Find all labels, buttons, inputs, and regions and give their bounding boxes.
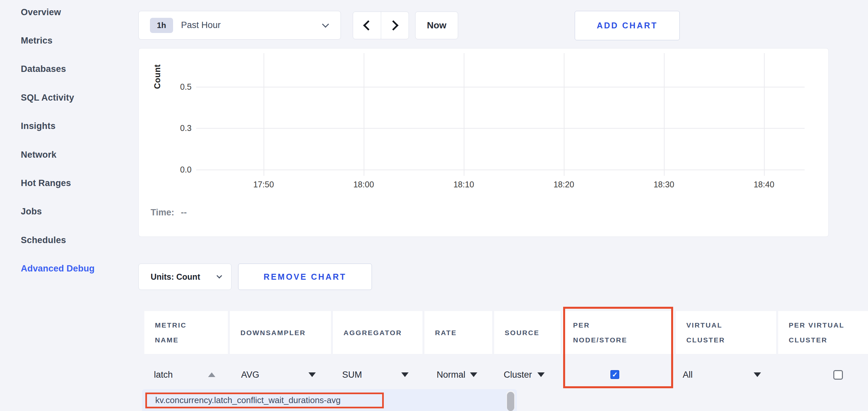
header-line: RATE (435, 325, 492, 340)
triangle-up-icon (208, 372, 215, 377)
sidebar-item-overview[interactable]: Overview (21, 7, 61, 18)
hover-time-label: Time: (151, 207, 175, 217)
sidebar-item-network[interactable]: Network (21, 150, 57, 160)
checkmark-icon: ✓ (612, 371, 618, 379)
header-line: NAME (155, 333, 228, 347)
downsampler-value: AVG (241, 370, 259, 380)
header-line: PER VIRTUAL (789, 318, 868, 333)
sidebar-item-databases[interactable]: Databases (21, 64, 66, 74)
prev-time-button[interactable] (353, 12, 381, 39)
chart-plot: 0.50.30.017:5018:0018:1018:2018:3018:40 (139, 48, 828, 237)
aggregator-value: SUM (342, 370, 362, 380)
chevron-left-icon (363, 20, 373, 30)
y-gridline (196, 128, 805, 129)
x-gridline (764, 53, 765, 176)
x-gridline (464, 53, 464, 176)
y-gridline (196, 170, 805, 170)
time-step-buttons (353, 11, 409, 39)
source-dropdown[interactable]: Cluster (494, 363, 560, 386)
sidebar-item-advanced-debug[interactable]: Advanced Debug (21, 264, 94, 274)
x-gridline (364, 53, 364, 176)
y-tick-label: 0.5 (159, 81, 192, 92)
x-tick-label: 17:50 (244, 180, 283, 189)
column-header-per-virtual-cluster: PER VIRTUAL CLUSTER (778, 311, 868, 354)
header-line: VIRTUAL (686, 318, 776, 333)
sidebar-nav: Overview Metrics Databases SQL Activity … (0, 0, 119, 411)
y-tick-label: 0.0 (159, 164, 192, 175)
hover-time-readout: Time:-- (151, 207, 187, 218)
column-header-metric-name: METRIC NAME (144, 311, 228, 354)
sidebar-item-sql-activity[interactable]: SQL Activity (21, 93, 74, 103)
column-header-source: SOURCE (494, 311, 560, 354)
next-time-button[interactable] (381, 12, 409, 39)
sidebar-item-insights[interactable]: Insights (21, 121, 56, 131)
virtual-cluster-dropdown[interactable]: All (676, 363, 776, 386)
per-node-store-checkbox[interactable]: ✓ (610, 370, 619, 379)
metric-name-value: latch (154, 370, 173, 380)
header-line: CLUSTER (686, 333, 776, 347)
header-line: AGGREGATOR (343, 325, 423, 340)
aggregator-dropdown[interactable]: SUM (333, 363, 423, 386)
y-tick-label: 0.3 (159, 123, 192, 133)
column-header-downsampler: DOWNSAMPLER (230, 311, 331, 354)
triangle-down-icon (401, 372, 409, 377)
sidebar-item-schedules[interactable]: Schedules (21, 235, 66, 245)
remove-chart-button[interactable]: REMOVE CHART (238, 264, 372, 290)
chevron-right-icon (389, 20, 399, 30)
chevron-down-icon (322, 21, 329, 28)
add-chart-button[interactable]: ADD CHART (575, 11, 680, 40)
x-tick-label: 18:00 (344, 180, 383, 189)
triangle-down-icon (470, 372, 477, 377)
header-line: DOWNSAMPLER (241, 325, 331, 340)
triangle-down-icon (309, 372, 316, 377)
downsampler-dropdown[interactable]: AVG (230, 363, 331, 386)
scrollbar-thumb[interactable] (507, 392, 514, 411)
header-line: SOURCE (505, 325, 560, 340)
units-select-label: Units: Count (151, 272, 200, 282)
chart-panel: Count 0.50.30.017:5018:0018:1018:2018:30… (138, 48, 829, 237)
x-tick-label: 18:30 (644, 180, 684, 189)
y-gridline (196, 87, 805, 88)
metric-name-input[interactable]: latch (144, 363, 228, 386)
virtual-cluster-value: All (683, 370, 693, 380)
sidebar-item-metrics[interactable]: Metrics (21, 36, 53, 46)
rate-dropdown[interactable]: Normal (425, 363, 492, 386)
units-select[interactable]: Units: Count (138, 264, 231, 290)
x-tick-label: 18:20 (544, 180, 584, 189)
header-line: CLUSTER (789, 333, 868, 347)
header-line: METRIC (155, 318, 228, 333)
time-range-label: Past Hour (181, 20, 221, 30)
column-header-aggregator: AGGREGATOR (333, 311, 423, 354)
x-gridline (664, 53, 664, 176)
x-gridline (264, 53, 264, 176)
rate-value: Normal (437, 370, 465, 380)
sidebar-item-hot-ranges[interactable]: Hot Ranges (21, 178, 71, 189)
per-virtual-cluster-checkbox[interactable] (833, 370, 843, 380)
metric-suggestion-item[interactable]: kv.concurrency.latch_conflict_wait_durat… (155, 395, 341, 405)
chevron-down-icon (217, 273, 222, 279)
x-tick-label: 18:40 (744, 180, 784, 189)
sidebar-item-jobs[interactable]: Jobs (21, 206, 42, 217)
now-button[interactable]: Now (415, 11, 458, 39)
triangle-down-icon (537, 372, 545, 377)
column-header-virtual-cluster: VIRTUAL CLUSTER (676, 311, 776, 354)
column-header-per-node-store: PER NODE/STORE (562, 311, 674, 354)
header-line: PER (573, 318, 674, 333)
x-gridline (564, 53, 564, 176)
x-tick-label: 18:10 (444, 180, 484, 189)
time-range-badge: 1h (150, 18, 173, 33)
time-range-select[interactable]: 1h Past Hour (138, 11, 341, 40)
hover-time-value: -- (181, 207, 187, 217)
header-line: NODE/STORE (573, 333, 674, 347)
column-header-rate: RATE (425, 311, 492, 354)
metric-suggestions-panel: kv.concurrency.latch_conflict_wait_durat… (142, 389, 517, 411)
triangle-down-icon (754, 372, 761, 377)
source-value: Cluster (504, 370, 532, 380)
